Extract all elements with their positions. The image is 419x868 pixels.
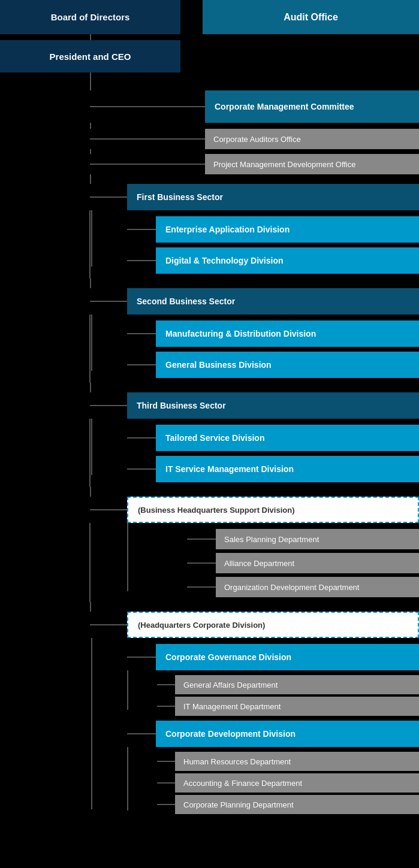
sector1-header-row: First Business Sector — [0, 184, 419, 210]
vc1 — [0, 72, 419, 90]
cgd-header-row: Corporate Governance Division — [127, 644, 419, 670]
third-business-sector-box: Third Business Sector — [127, 392, 419, 419]
cp-row: Corporate Planning Department — [157, 795, 419, 814]
pmdo-row: Project Management Development Office — [0, 154, 419, 174]
vc3 — [0, 149, 419, 154]
spd-row: Sales Planning Department — [187, 529, 419, 549]
board-of-directors-box: Board of Directors — [0, 0, 180, 34]
human-resources-dept-box: Human Resources Department — [175, 752, 419, 771]
it-service-management-division-box: IT Service Management Division — [156, 456, 419, 482]
sector2-subtree: Manufacturing & Distribution Division Ge… — [0, 314, 419, 383]
corporate-auditors-office-box: Corporate Auditors Office — [205, 129, 419, 149]
hq-corporate-division-box: (Headquarters Corporate Division) — [127, 612, 419, 638]
president-box: President and CEO — [0, 40, 180, 72]
dtd-row: Digital & Technology Division — [127, 247, 419, 274]
bhsd-subtree: Sales Planning Department Alliance Depar… — [0, 523, 419, 602]
sector1-subtree: Enterprise Application Division Digital … — [0, 210, 419, 279]
mdd-row: Manufacturing & Distribution Division — [127, 320, 419, 347]
hcd-header-row: (Headquarters Corporate Division) — [0, 612, 419, 638]
vc6 — [0, 383, 419, 392]
accounting-finance-dept-box: Accounting & Finance Department — [175, 773, 419, 793]
top-row: Board of Directors Audit Office — [0, 0, 419, 34]
cmc-row: Corporate Management Committee — [0, 90, 419, 123]
manufacturing-distribution-division-box: Manufacturing & Distribution Division — [156, 320, 419, 347]
president-row: President and CEO — [0, 40, 419, 72]
hcd-subtree: Corporate Governance Division General Af… — [0, 638, 419, 821]
vc5 — [0, 279, 419, 288]
sales-planning-dept-box: Sales Planning Department — [216, 529, 419, 549]
bhsd-header-row: (Business Headquarters Support Division) — [0, 497, 419, 523]
itm-row: IT Management Department — [157, 697, 419, 716]
org-dev-dept-box: Organization Development Department — [216, 577, 419, 597]
af-row: Accounting & Finance Department — [157, 773, 419, 793]
vc4 — [0, 174, 419, 184]
project-management-office-box: Project Management Development Office — [205, 154, 419, 174]
first-business-sector-box: First Business Sector — [127, 184, 419, 210]
itsmd-row: IT Service Management Division — [127, 456, 419, 482]
cao-row: Corporate Auditors Office — [0, 129, 419, 149]
ga-row: General Affairs Department — [157, 675, 419, 694]
audit-office-box: Audit Office — [203, 0, 419, 34]
sector2-header-row: Second Business Sector — [0, 288, 419, 314]
second-business-sector-box: Second Business Sector — [127, 288, 419, 314]
corporate-development-division-box: Corporate Development Division — [156, 721, 419, 747]
ead-row: Enterprise Application Division — [127, 216, 419, 243]
corporate-management-committee-box: Corporate Management Committee — [205, 90, 419, 123]
vc2 — [0, 123, 419, 129]
org-chart: Board of Directors Audit Office Presiden… — [0, 0, 419, 833]
corporate-governance-division-box: Corporate Governance Division — [156, 644, 419, 670]
sector3-subtree: Tailored Service Division IT Service Man… — [0, 419, 419, 487]
vc7 — [0, 487, 419, 497]
hr-row: Human Resources Department — [157, 752, 419, 771]
ad-row: Alliance Department — [187, 553, 419, 573]
cgd-subtree: General Affairs Department IT Management… — [127, 670, 419, 721]
tailored-service-division-box: Tailored Service Division — [156, 425, 419, 451]
alliance-dept-box: Alliance Department — [216, 553, 419, 573]
enterprise-application-division-box: Enterprise Application Division — [156, 216, 419, 243]
it-management-dept-box: IT Management Department — [175, 697, 419, 716]
tsd-row: Tailored Service Division — [127, 425, 419, 451]
connector-board-president — [0, 34, 419, 40]
business-hq-support-division-box: (Business Headquarters Support Division) — [127, 497, 419, 523]
cdd-subtree: Human Resources Department Accounting & … — [127, 747, 419, 821]
cdd-header-row: Corporate Development Division — [127, 721, 419, 747]
general-business-division-box: General Business Division — [156, 352, 419, 378]
corporate-planning-dept-box: Corporate Planning Department — [175, 795, 419, 814]
sector3-header-row: Third Business Sector — [0, 392, 419, 419]
general-affairs-dept-box: General Affairs Department — [175, 675, 419, 694]
gap — [180, 0, 203, 34]
odd-row: Organization Development Department — [187, 577, 419, 597]
gbd-row: General Business Division — [127, 352, 419, 378]
digital-technology-division-box: Digital & Technology Division — [156, 247, 419, 274]
vc8 — [0, 602, 419, 612]
